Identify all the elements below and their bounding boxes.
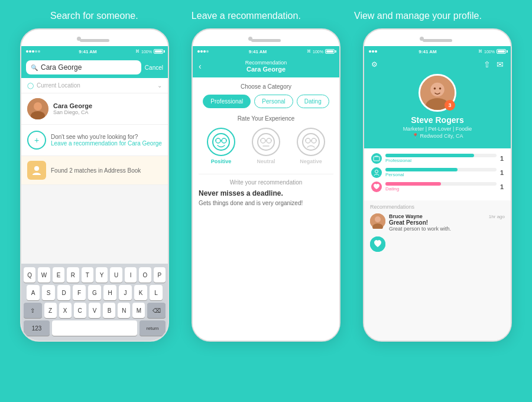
key-i[interactable]: I (125, 267, 137, 283)
key-h[interactable]: H (103, 285, 116, 300)
key-j[interactable]: J (119, 285, 132, 300)
recommendation-title: Never misses a deadline. (199, 189, 333, 197)
key-w[interactable]: W (38, 267, 50, 283)
battery-icon-3 (497, 49, 506, 54)
status-dots-2 (197, 50, 209, 53)
key-shift[interactable]: ⇧ (24, 303, 42, 318)
status-right-1: ⌘ 100% (135, 49, 163, 54)
dot2-3 (372, 50, 374, 53)
suggestion-text: Don't see who you're looking for? (51, 134, 162, 140)
key-r[interactable]: R (67, 267, 79, 283)
recommendation-header: ‹ Recommendation Cara George (193, 57, 339, 77)
key-v[interactable]: V (89, 303, 101, 318)
recommendations-header: Recommendations (370, 204, 505, 210)
phone-camera-3 (420, 37, 424, 41)
svg-point-17 (303, 134, 319, 150)
professional-icon (371, 153, 382, 164)
mail-icon[interactable]: ✉ (497, 60, 504, 69)
recommendation-content: Choose a Category Professional Personal … (193, 77, 339, 341)
search-icon: 🔍 (31, 64, 38, 71)
emoji-rating-row: Positive (199, 128, 333, 164)
phone-recommendation: 9:41 AM ⌘ 100% ‹ Recommendation Cara Geo… (192, 28, 340, 342)
cat-btn-professional[interactable]: Professional (203, 95, 251, 108)
battery-fill-1 (155, 50, 162, 53)
personal-icon (371, 167, 382, 178)
result-location: San Diego, CA (53, 109, 162, 115)
search-text: Cara George (41, 63, 82, 72)
suggestion-link[interactable]: Leave a recommendation for Cara George (51, 140, 162, 147)
share-icon[interactable]: ⇧ (484, 60, 491, 69)
rating-neutral[interactable]: Neutral (252, 128, 280, 164)
keyboard-row-2: A S D F G H J K L (24, 285, 166, 300)
key-k[interactable]: K (134, 285, 147, 300)
header-icons: ⇧ ✉ (484, 60, 504, 69)
divider (199, 174, 333, 174)
svg-point-6 (222, 138, 226, 143)
settings-icon[interactable]: ⚙ (371, 60, 378, 69)
phone-search: 9:41 AM ⌘ 100% 🔍 Cara George Cancel (20, 28, 169, 342)
key-z[interactable]: Z (44, 303, 57, 318)
key-c[interactable]: C (74, 303, 86, 318)
phone-speaker-1 (80, 39, 109, 42)
key-numbers[interactable]: 123 (24, 320, 50, 336)
address-book-item[interactable]: Found 2 matches in Address Book (21, 156, 168, 185)
phones-row: 9:41 AM ⌘ 100% 🔍 Cara George Cancel (0, 28, 532, 342)
key-l[interactable]: L (150, 285, 163, 300)
key-backspace[interactable]: ⌫ (147, 303, 166, 318)
cat-btn-personal[interactable]: Personal (254, 95, 293, 108)
cat-btn-dating[interactable]: Dating (297, 95, 329, 108)
rec-name-bruce: Bruce Wayne (389, 213, 423, 219)
svg-point-3 (34, 166, 39, 171)
keyboard[interactable]: Q W E R T Y U I O P A S D F G H (21, 264, 168, 341)
key-d[interactable]: D (57, 285, 70, 300)
key-m[interactable]: M (132, 303, 145, 318)
rec-desc-bruce: Great person to work with. (389, 226, 505, 232)
key-return[interactable]: return (140, 320, 166, 336)
key-e[interactable]: E (53, 267, 64, 283)
key-y[interactable]: Y (96, 267, 108, 283)
profile-header: ⚙ ⇧ ✉ (364, 57, 511, 74)
dot1-2 (197, 50, 200, 53)
key-p[interactable]: P (154, 267, 166, 283)
dot4-2 (206, 50, 209, 53)
key-f[interactable]: F (73, 285, 86, 300)
key-o[interactable]: O (139, 267, 151, 283)
cancel-button[interactable]: Cancel (145, 64, 163, 71)
profile-location: 📍 Redwood City, CA (412, 133, 463, 139)
key-b[interactable]: B (103, 303, 115, 318)
positive-face (207, 128, 235, 156)
plus-icon: + (27, 131, 46, 150)
battery-fill-3 (498, 50, 505, 53)
location-bar[interactable]: ◯ Current Location ⌄ (21, 78, 168, 93)
key-n[interactable]: N (118, 303, 130, 318)
professional-bar-label: Professional (385, 158, 497, 163)
phone-speaker-3 (423, 39, 452, 42)
search-result-item[interactable]: Cara George San Diego, CA (21, 93, 168, 125)
rating-negative[interactable]: Negative (297, 128, 325, 164)
suggestion-item[interactable]: + Don't see who you're looking for? Leav… (21, 125, 168, 156)
svg-point-29 (375, 170, 378, 173)
profile-name: Steve Rogers (411, 115, 463, 125)
category-buttons: Professional Personal Dating (199, 95, 333, 108)
key-q[interactable]: Q (24, 267, 35, 283)
search-input-wrap[interactable]: 🔍 Cara George (26, 60, 141, 74)
battery-icon-2 (325, 49, 335, 54)
personal-bar-wrap: Personal (385, 168, 497, 177)
key-t[interactable]: T (82, 267, 93, 283)
key-s[interactable]: S (42, 285, 55, 300)
svg-point-12 (267, 138, 271, 143)
back-button[interactable]: ‹ (199, 61, 202, 71)
key-x[interactable]: X (59, 303, 72, 318)
rating-positive[interactable]: Positive (207, 128, 235, 164)
dot4 (35, 50, 37, 53)
key-g[interactable]: G (88, 285, 101, 300)
key-u[interactable]: U (110, 267, 122, 283)
phone-front-1 (21, 30, 168, 46)
result-text: Cara George San Diego, CA (53, 102, 162, 115)
key-space[interactable] (52, 320, 137, 336)
recommendation-body: Gets things done and is very organized! (199, 200, 333, 206)
dating-bar-wrap: Dating (385, 182, 497, 192)
dot1-3 (369, 50, 371, 53)
svg-point-31 (375, 216, 381, 222)
key-a[interactable]: A (27, 285, 40, 300)
